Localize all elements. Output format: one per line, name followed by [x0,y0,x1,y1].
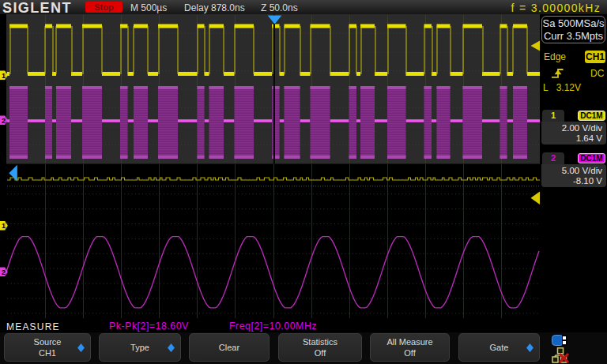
svg-text:2: 2 [2,268,6,276]
svg-text:1: 1 [2,72,6,80]
svg-text:2: 2 [2,117,6,125]
svg-text:1: 1 [2,222,6,230]
